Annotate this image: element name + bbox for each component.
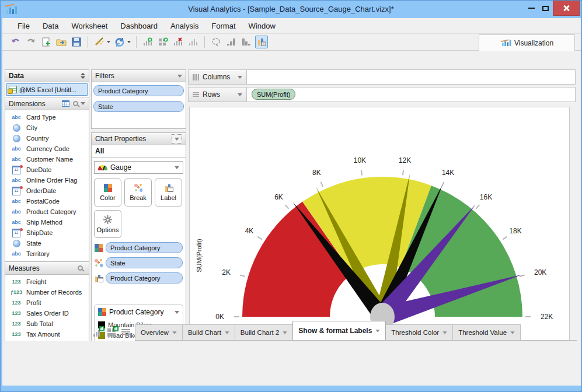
dimensions-header[interactable]: Dimensions xyxy=(5,97,89,110)
search-icon[interactable] xyxy=(78,265,83,271)
chevron-down-icon[interactable] xyxy=(510,331,514,334)
menu-item[interactable]: Format xyxy=(205,19,241,33)
dimension-item[interactable]: Country xyxy=(5,133,89,144)
assignment-pill[interactable]: Product Category xyxy=(106,272,183,284)
data-panel-header[interactable]: Data xyxy=(5,69,89,82)
new-dashboard-icon[interactable] xyxy=(107,328,117,337)
menu-item[interactable]: Data xyxy=(37,19,64,33)
menu-item[interactable]: Window xyxy=(243,19,281,33)
filter-pill[interactable]: Product Category xyxy=(93,85,184,96)
chevron-down-icon[interactable] xyxy=(238,76,242,79)
chevron-down-icon[interactable] xyxy=(107,41,110,43)
dimension-item[interactable]: City xyxy=(5,123,89,133)
dimension-label: State xyxy=(26,240,41,247)
chevron-down-icon[interactable] xyxy=(283,331,287,334)
data-source-list: @MS Excel [Untitl... xyxy=(5,82,89,97)
add-dashboard-icon[interactable] xyxy=(156,36,169,48)
columns-shelf-button[interactable]: Columns xyxy=(189,70,247,84)
sort-descending-icon[interactable] xyxy=(240,36,253,48)
measure-item[interactable]: Freight xyxy=(5,276,89,287)
new-document-icon[interactable] xyxy=(40,36,53,48)
field-type-icon xyxy=(9,331,24,338)
sheet-tab[interactable]: Threshold Color xyxy=(385,324,453,340)
measure-item[interactable]: Sub Total xyxy=(5,318,89,329)
break-button[interactable]: Break xyxy=(124,178,152,206)
label-button[interactable]: Label xyxy=(155,178,182,206)
menu-item[interactable]: File xyxy=(12,19,36,33)
measure-item[interactable]: Profit xyxy=(5,298,89,308)
dimension-item[interactable]: Product Category xyxy=(5,206,89,217)
view-as-table-icon[interactable] xyxy=(62,100,69,107)
new-worksheet-icon[interactable] xyxy=(93,328,103,337)
chevron-down-icon[interactable] xyxy=(81,102,85,105)
maximize-button[interactable] xyxy=(539,1,552,16)
dimension-item[interactable]: Online Order Flag xyxy=(5,175,89,186)
color-button[interactable]: Color xyxy=(94,178,121,206)
save-icon[interactable] xyxy=(70,36,83,48)
lasso-select-icon[interactable] xyxy=(210,36,222,48)
close-button[interactable] xyxy=(553,1,580,16)
dimension-item[interactable]: OrderDate xyxy=(5,186,89,196)
dimension-item[interactable]: PostalCode xyxy=(5,196,89,206)
open-folder-icon[interactable] xyxy=(55,36,68,48)
assignment-pill[interactable]: State xyxy=(106,257,183,268)
chart-properties-menu-button[interactable] xyxy=(172,134,182,144)
visualization-tab[interactable]: Visualization xyxy=(479,34,575,51)
chevron-down-icon[interactable] xyxy=(225,331,229,334)
dimension-item[interactable]: Territory xyxy=(5,249,89,259)
collapse-expand-icon[interactable] xyxy=(81,73,85,79)
chevron-down-icon[interactable] xyxy=(172,331,176,334)
measure-label: Sub Total xyxy=(26,320,53,327)
assignment-role-icon xyxy=(95,244,103,252)
sheet-tab[interactable]: Threshold Value xyxy=(452,324,521,340)
sheet-tab[interactable]: Show & format Labels xyxy=(292,321,386,340)
chevron-down-icon[interactable] xyxy=(443,331,447,334)
menu-item[interactable]: Dashboard xyxy=(114,19,163,33)
chevron-down-icon[interactable] xyxy=(177,75,182,78)
chart-properties-header[interactable]: Chart Properties xyxy=(91,132,186,145)
scope-row[interactable]: All xyxy=(91,145,186,158)
duplicate-worksheet-icon[interactable] xyxy=(187,36,200,48)
assignment-pill[interactable]: Product Category xyxy=(106,242,183,253)
measures-header[interactable]: Measures xyxy=(5,262,89,275)
sheet-tab[interactable]: Build Chart xyxy=(182,324,235,340)
filter-pill[interactable]: State xyxy=(93,101,184,112)
field-type-icon xyxy=(9,278,24,285)
legend-header[interactable]: Product Category xyxy=(98,308,179,316)
refresh-icon[interactable] xyxy=(113,36,126,48)
dimension-item[interactable]: State xyxy=(5,238,89,249)
chevron-down-icon[interactable] xyxy=(376,330,380,332)
options-button[interactable]: Options xyxy=(94,210,121,238)
new-datasource-icon[interactable] xyxy=(93,36,106,48)
dimension-item[interactable]: ShipDate xyxy=(5,228,89,238)
chevron-down-icon[interactable] xyxy=(238,93,242,96)
measure-item[interactable]: Tax Amount xyxy=(5,329,89,340)
chart-type-select[interactable]: Gauge xyxy=(94,161,183,174)
dimension-item[interactable]: Currency Code xyxy=(5,144,89,154)
sheet-list-icon[interactable] xyxy=(121,329,130,336)
rows-shelf-button[interactable]: Rows xyxy=(189,88,247,102)
delete-worksheet-icon[interactable] xyxy=(172,36,184,48)
filters-header[interactable]: Filters xyxy=(91,69,186,82)
add-worksheet-icon[interactable] xyxy=(141,36,154,48)
search-icon[interactable] xyxy=(73,101,78,106)
minimize-button[interactable] xyxy=(525,1,538,16)
measure-item[interactable]: Sales Order ID xyxy=(5,308,89,318)
measure-item[interactable]: Number of Records xyxy=(5,287,89,298)
show-labels-icon[interactable] xyxy=(255,36,268,48)
menu-item[interactable]: Analysis xyxy=(165,19,204,33)
redo-icon[interactable] xyxy=(25,36,37,48)
sort-ascending-icon[interactable] xyxy=(225,36,238,48)
measure-pill[interactable]: SUM(Profit) xyxy=(252,89,295,100)
dimension-item[interactable]: Card Type xyxy=(5,112,89,123)
undo-icon[interactable] xyxy=(9,36,22,48)
dimension-item[interactable]: DueDate xyxy=(5,164,89,175)
chevron-down-icon[interactable] xyxy=(127,41,131,43)
sheet-tab[interactable]: Build Chart 2 xyxy=(235,324,293,340)
dimension-item[interactable]: Customer Name xyxy=(5,154,89,164)
menu-item[interactable]: Worksheet xyxy=(65,19,113,33)
dimension-item[interactable]: Ship Method xyxy=(5,217,89,228)
sheet-tab[interactable]: Overview xyxy=(135,324,183,340)
chevron-down-icon[interactable] xyxy=(175,311,179,314)
data-source-item[interactable]: @MS Excel [Untitl... xyxy=(6,83,88,96)
